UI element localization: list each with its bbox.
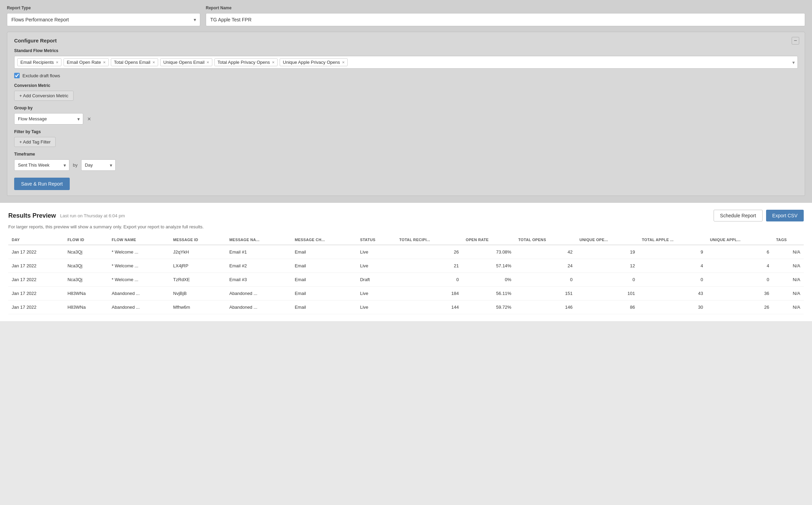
day-select[interactable]: Day Week Month DayWeekMonth bbox=[81, 159, 116, 171]
col-flow-name: FLOW NAME bbox=[108, 235, 170, 245]
metric-tag-email-recipients: Email Recipients × bbox=[17, 58, 61, 66]
metrics-row: Email Recipients × Email Open Rate × Tot… bbox=[14, 56, 798, 69]
report-name-input[interactable] bbox=[206, 13, 805, 26]
add-tag-filter-button[interactable]: + Add Tag Filter bbox=[14, 137, 56, 147]
results-note: For larger reports, this preview will sh… bbox=[8, 224, 804, 229]
table-row: Jan 17 2022Nca3Qj* Welcome ...LX4jRPEmai… bbox=[8, 259, 804, 273]
exclude-draft-label: Exclude draft flows bbox=[22, 73, 60, 78]
col-message-name: MESSAGE NA... bbox=[226, 235, 291, 245]
metric-tag-unique-opens-email: Unique Opens Email × bbox=[160, 58, 212, 66]
results-last-run: Last run on Thursday at 6:04 pm bbox=[60, 213, 125, 218]
metric-tag-total-apple-privacy-opens: Total Apple Privacy Opens × bbox=[214, 58, 278, 66]
table-row: Jan 17 2022Nca3Qj* Welcome ...TzRdXEEmai… bbox=[8, 273, 804, 287]
by-label: by bbox=[73, 162, 78, 168]
col-status: STATUS bbox=[357, 235, 396, 245]
col-message-id: MESSAGE ID bbox=[170, 235, 226, 245]
save-run-button[interactable]: Save & Run Report bbox=[14, 178, 70, 190]
metric-tag-unique-apple-privacy-opens: Unique Apple Privacy Opens × bbox=[280, 58, 348, 66]
table-row: Jan 17 2022H83WNaAbandoned ...Mfhw6mAban… bbox=[8, 300, 804, 314]
remove-unique-opens-email[interactable]: × bbox=[206, 60, 209, 65]
remove-email-open-rate[interactable]: × bbox=[103, 60, 106, 65]
report-type-select[interactable]: Flows Performance ReportCampaign Perform… bbox=[7, 13, 200, 26]
col-total-recip: TOTAL RECIPI... bbox=[396, 235, 462, 245]
col-flow-id: FLOW ID bbox=[64, 235, 108, 245]
clear-group-by-button[interactable]: × bbox=[87, 115, 92, 123]
standard-flow-metrics-label: Standard Flow Metrics bbox=[14, 48, 798, 53]
col-tags: TAGS bbox=[773, 235, 804, 245]
metric-tag-email-open-rate: Email Open Rate × bbox=[64, 58, 109, 66]
col-unique-apple: UNIQUE APPL... bbox=[707, 235, 773, 245]
timeframe-label: Timeframe bbox=[14, 152, 798, 157]
metric-tag-total-opens-email: Total Opens Email × bbox=[111, 58, 158, 66]
timeframe-select[interactable]: Sent This Week Sent Last Week Sent This … bbox=[14, 159, 69, 171]
col-open-rate: OPEN RATE bbox=[462, 235, 515, 245]
results-table: DAY FLOW ID FLOW NAME MESSAGE ID MESSAGE… bbox=[8, 235, 804, 314]
schedule-report-button[interactable]: Schedule Report bbox=[714, 210, 763, 221]
table-row: Jan 17 2022H83WNaAbandoned ...NvjBjBAban… bbox=[8, 287, 804, 300]
col-total-opens: TOTAL OPENS bbox=[515, 235, 576, 245]
exclude-draft-checkbox[interactable] bbox=[14, 73, 20, 78]
remove-total-opens-email[interactable]: × bbox=[153, 60, 155, 65]
group-by-label: Group by bbox=[14, 106, 798, 110]
report-name-label: Report Name bbox=[206, 6, 805, 10]
table-row: Jan 17 2022Nca3Qj* Welcome ...J2qYkHEmai… bbox=[8, 245, 804, 259]
collapse-button[interactable]: − bbox=[792, 37, 799, 44]
add-conversion-metric-button[interactable]: + Add Conversion Metric bbox=[14, 91, 74, 101]
export-csv-button[interactable]: Export CSV bbox=[766, 210, 804, 221]
remove-email-recipients[interactable]: × bbox=[56, 60, 59, 65]
configure-report-title: Configure Report bbox=[14, 38, 798, 43]
col-message-channel: MESSAGE CH... bbox=[291, 235, 357, 245]
group-by-select[interactable]: Flow Message Flow Day Week Month bbox=[14, 113, 83, 125]
conversion-metric-label: Conversion Metric bbox=[14, 83, 798, 88]
remove-total-apple-privacy-opens[interactable]: × bbox=[272, 60, 275, 65]
col-total-apple: TOTAL APPLE ... bbox=[638, 235, 706, 245]
col-unique-opens: UNIQUE OPE... bbox=[576, 235, 639, 245]
report-type-label: Report Type bbox=[7, 6, 200, 10]
remove-unique-apple-privacy-opens[interactable]: × bbox=[342, 60, 345, 65]
results-preview-title: Results Preview bbox=[8, 212, 56, 219]
col-day: DAY bbox=[8, 235, 64, 245]
metrics-dropdown-arrow[interactable]: ▾ bbox=[792, 60, 795, 65]
filter-by-tags-label: Filter by Tags bbox=[14, 129, 798, 134]
